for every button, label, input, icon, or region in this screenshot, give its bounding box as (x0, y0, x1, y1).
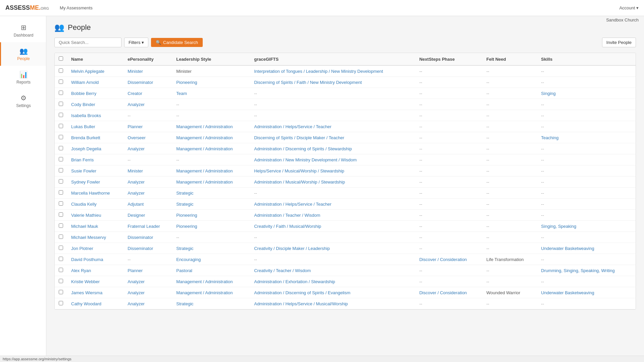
row-checkbox[interactable] (59, 179, 63, 184)
leadership-link[interactable]: Pioneering (176, 224, 197, 229)
invite-people-button[interactable]: Invite People (602, 38, 636, 47)
skills-link[interactable]: Teaching (541, 135, 558, 140)
gracegifts-link[interactable]: Creativity / Faith / Musical/Worship (254, 224, 321, 229)
row-checkbox[interactable] (59, 246, 63, 250)
gracegifts-link[interactable]: Interpretation of Tongues / Leadership /… (254, 69, 383, 74)
filters-button[interactable]: Filters ▾ (124, 38, 148, 47)
row-checkbox[interactable] (59, 68, 63, 73)
gracegifts-link[interactable]: Discerning of Spirits / Disciple Maker /… (254, 135, 344, 140)
gracegifts-link[interactable]: Helps/Service / Musical/Worship / Stewar… (254, 168, 344, 173)
leadership-link[interactable]: Management / Administration (176, 135, 233, 140)
row-checkbox[interactable] (59, 80, 63, 84)
gracegifts-link[interactable]: Administration / Helps/Service / Teacher (254, 124, 331, 129)
leadership-link[interactable]: Management / Administration (176, 179, 233, 185)
epersonality-link[interactable]: Designer (128, 213, 145, 218)
gracegifts-link[interactable]: Administration / New Ministry Developmen… (254, 157, 357, 162)
epersonality-link[interactable]: Analyzer (128, 279, 145, 284)
leadership-link[interactable]: Team (176, 91, 187, 96)
leadership-link[interactable]: Strategic (176, 191, 193, 196)
row-checkbox[interactable] (59, 290, 63, 294)
search-input[interactable] (54, 38, 121, 47)
epersonality-link[interactable]: Analyzer (128, 290, 145, 295)
person-name-link[interactable]: Cathy Woodard (71, 301, 101, 306)
person-name-link[interactable]: Claudia Kelly (71, 202, 97, 207)
gracegifts-link[interactable]: Administration / Musical/Worship / Stewa… (254, 179, 345, 185)
epersonality-link[interactable]: Analyzer (128, 179, 145, 185)
person-name-link[interactable]: Marcella Hawthorne (71, 191, 110, 196)
gracegifts-link[interactable]: Discerning of Spirits / Faith / New Mini… (254, 80, 362, 85)
person-name-link[interactable]: Melvin Applegate (71, 69, 104, 74)
epersonality-link[interactable]: Adjutant (128, 202, 144, 207)
leadership-link[interactable]: Management / Administration (176, 124, 233, 129)
row-checkbox[interactable] (59, 235, 63, 239)
epersonality-link[interactable]: Fraternal Leader (128, 224, 160, 229)
person-name-link[interactable]: Kristie Webber (71, 279, 100, 284)
person-name-link[interactable]: Valerie Mathieu (71, 213, 101, 218)
row-checkbox[interactable] (59, 135, 63, 139)
leadership-link[interactable]: Management / Administration (176, 146, 233, 151)
epersonality-link[interactable]: Disseminator (128, 235, 153, 240)
epersonality-link[interactable]: Minister (128, 168, 143, 173)
epersonality-link[interactable]: Overseer (128, 135, 145, 140)
person-name-link[interactable]: James Wiersma (71, 290, 102, 295)
row-checkbox[interactable] (59, 113, 63, 117)
row-checkbox[interactable] (59, 212, 63, 217)
sidebar-item-settings[interactable]: ⚙ Settings (0, 89, 46, 113)
epersonality-link[interactable]: Disseminator (128, 246, 153, 251)
gracegifts-link[interactable]: Administration / Discerning of Spirits /… (254, 290, 350, 295)
gracegifts-link[interactable]: Administration / Helps/Service / Musical… (254, 301, 348, 306)
person-name-link[interactable]: Isabella Brooks (71, 113, 101, 118)
row-checkbox[interactable] (59, 157, 63, 161)
sidebar-item-reports[interactable]: 📊 Reports (0, 66, 46, 89)
gracegifts-link[interactable]: Creativity / Disciple Maker / Leadership (254, 246, 330, 251)
gracegifts-link[interactable]: Administration / Exhortation / Stewardsh… (254, 279, 335, 284)
gracegifts-link[interactable]: Administration / Helps/Service / Teacher (254, 202, 331, 207)
leadership-link[interactable]: Pioneering (176, 80, 197, 85)
row-checkbox[interactable] (59, 102, 63, 106)
candidate-search-button[interactable]: 🔍 Candidate Search (151, 38, 203, 47)
person-name-link[interactable]: Bobbie Berry (71, 91, 96, 96)
my-assessments-link[interactable]: My Assessments (57, 5, 95, 10)
leadership-link[interactable]: Management / Administration (176, 290, 233, 295)
epersonality-link[interactable]: Planner (128, 268, 143, 273)
person-name-link[interactable]: Susie Fowler (71, 168, 96, 173)
row-checkbox[interactable] (59, 279, 63, 283)
leadership-link[interactable]: Management / Administration (176, 168, 233, 173)
person-name-link[interactable]: William Arnold (71, 80, 99, 85)
person-name-link[interactable]: Cody Binder (71, 102, 95, 107)
leadership-link[interactable]: Encouraging (176, 257, 201, 262)
leadership-link[interactable]: Pioneering (176, 213, 197, 218)
person-name-link[interactable]: Lukas Buller (71, 124, 95, 129)
person-name-link[interactable]: Sydney Fowler (71, 179, 100, 185)
row-checkbox[interactable] (59, 146, 63, 150)
person-name-link[interactable]: Brian Ferris (71, 157, 94, 162)
row-checkbox[interactable] (59, 168, 63, 172)
row-checkbox[interactable] (59, 257, 63, 261)
row-checkbox[interactable] (59, 301, 63, 305)
person-name-link[interactable]: Joseph Degelia (71, 146, 101, 151)
person-name-link[interactable]: Brenda Burkett (71, 135, 100, 140)
row-checkbox[interactable] (59, 268, 63, 272)
leadership-link[interactable]: Strategic (176, 202, 193, 207)
person-name-link[interactable]: Michael Mauk (71, 224, 98, 229)
sidebar-item-dashboard[interactable]: ⊞ Dashboard (0, 19, 46, 42)
select-all-checkbox[interactable] (59, 56, 63, 61)
person-name-link[interactable]: Jon Plotner (71, 246, 93, 251)
gracegifts-link[interactable]: Administration / Teacher / Wisdom (254, 213, 320, 218)
gracegifts-link[interactable]: Creativity / Teacher / Wisdom (254, 268, 311, 273)
nextsteps-link[interactable]: Discover / Consideration (419, 290, 467, 295)
epersonality-link[interactable]: Analyzer (128, 146, 145, 151)
epersonality-link[interactable]: Analyzer (128, 191, 145, 196)
leadership-link[interactable]: Strategic (176, 246, 193, 251)
row-checkbox[interactable] (59, 223, 63, 228)
skills-link[interactable]: Singing (541, 91, 555, 96)
epersonality-link[interactable]: Planner (128, 124, 143, 129)
person-name-link[interactable]: David Posthuma (71, 257, 103, 262)
skills-link[interactable]: Singing, Speaking (541, 224, 576, 229)
nextsteps-link[interactable]: Discover / Consideration (419, 257, 467, 262)
skills-link[interactable]: Underwater Basketweaving (541, 246, 594, 251)
leadership-link[interactable]: Strategic (176, 301, 193, 306)
leadership-link[interactable]: Pastoral (176, 268, 192, 273)
person-name-link[interactable]: Michael Messervy (71, 235, 106, 240)
row-checkbox[interactable] (59, 91, 63, 95)
